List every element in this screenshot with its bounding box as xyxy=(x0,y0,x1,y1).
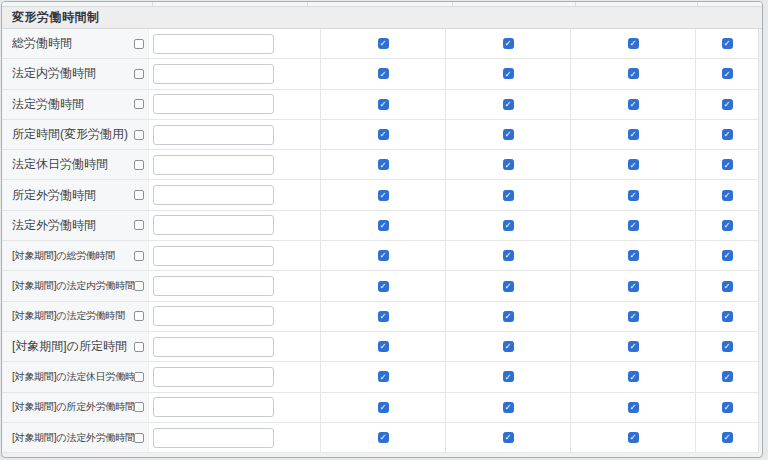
export-checkbox[interactable]: ✓ xyxy=(378,68,389,79)
row-text-input[interactable] xyxy=(153,215,274,235)
export-checkbox[interactable]: ✓ xyxy=(628,190,639,201)
row-text-input[interactable] xyxy=(153,337,274,357)
export-checkbox-cell: ✓ xyxy=(320,120,445,149)
export-checkbox[interactable]: ✓ xyxy=(628,220,639,231)
row-text-input[interactable] xyxy=(153,94,274,114)
row-text-input[interactable] xyxy=(153,155,274,175)
export-checkbox[interactable]: ✓ xyxy=(503,129,514,140)
export-checkbox[interactable]: ✓ xyxy=(503,402,514,413)
row-select-checkbox[interactable] xyxy=(134,130,144,140)
row-text-input[interactable] xyxy=(153,306,274,326)
row-text-input[interactable] xyxy=(153,428,274,448)
row-text-input[interactable] xyxy=(153,246,274,266)
export-checkbox[interactable]: ✓ xyxy=(378,38,389,49)
export-checkbox[interactable]: ✓ xyxy=(503,432,514,443)
export-checkbox[interactable]: ✓ xyxy=(722,159,733,170)
export-checkbox[interactable]: ✓ xyxy=(722,432,733,443)
row-select-checkbox[interactable] xyxy=(134,69,144,79)
export-checkbox[interactable]: ✓ xyxy=(503,341,514,352)
row-select-checkbox[interactable] xyxy=(134,160,144,170)
rows-container: 総労働時間 ✓✓✓✓ 法定内労働時間 ✓✓✓✓ 法定労働時間 ✓✓✓✓ 所定時間… xyxy=(2,29,759,453)
export-checkbox-cell: ✓ xyxy=(445,59,570,88)
export-checkbox[interactable]: ✓ xyxy=(503,250,514,261)
row-text-input[interactable] xyxy=(153,397,274,417)
export-checkbox[interactable]: ✓ xyxy=(722,311,733,322)
export-checkbox[interactable]: ✓ xyxy=(378,341,389,352)
export-checkbox[interactable]: ✓ xyxy=(503,281,514,292)
row-text-input[interactable] xyxy=(153,64,274,84)
row-select-checkbox[interactable] xyxy=(134,39,144,49)
export-checkbox[interactable]: ✓ xyxy=(378,190,389,201)
export-checkbox[interactable]: ✓ xyxy=(722,68,733,79)
export-checkbox[interactable]: ✓ xyxy=(628,432,639,443)
row-text-input[interactable] xyxy=(153,125,274,145)
export-checkbox[interactable]: ✓ xyxy=(722,129,733,140)
row-text-input[interactable] xyxy=(153,34,274,54)
export-checkbox[interactable]: ✓ xyxy=(628,159,639,170)
export-checkbox[interactable]: ✓ xyxy=(378,220,389,231)
export-checkbox[interactable]: ✓ xyxy=(628,250,639,261)
export-checkbox[interactable]: ✓ xyxy=(378,159,389,170)
export-checkbox[interactable]: ✓ xyxy=(503,38,514,49)
export-checkbox[interactable]: ✓ xyxy=(722,250,733,261)
row-select-checkbox[interactable] xyxy=(134,99,144,109)
export-checkbox[interactable]: ✓ xyxy=(503,159,514,170)
export-checkbox[interactable]: ✓ xyxy=(378,371,389,382)
row-input-cell xyxy=(149,362,320,391)
row-select-checkbox[interactable] xyxy=(134,190,144,200)
export-checkbox[interactable]: ✓ xyxy=(628,68,639,79)
export-checkbox[interactable]: ✓ xyxy=(722,281,733,292)
export-checkbox[interactable]: ✓ xyxy=(378,432,389,443)
export-checkbox-cell: ✓ xyxy=(570,29,695,58)
row-text-input[interactable] xyxy=(153,185,274,205)
export-checkbox[interactable]: ✓ xyxy=(628,402,639,413)
export-checkbox[interactable]: ✓ xyxy=(722,99,733,110)
column-divider xyxy=(697,2,698,6)
export-checkbox[interactable]: ✓ xyxy=(628,371,639,382)
export-checkbox[interactable]: ✓ xyxy=(378,250,389,261)
export-checkbox[interactable]: ✓ xyxy=(722,220,733,231)
export-checkbox[interactable]: ✓ xyxy=(378,402,389,413)
row-label: [対象期間]の所定外労働時間 xyxy=(12,400,134,414)
export-checkbox[interactable]: ✓ xyxy=(503,99,514,110)
export-checkbox[interactable]: ✓ xyxy=(722,371,733,382)
export-checkbox[interactable]: ✓ xyxy=(628,38,639,49)
export-checkbox[interactable]: ✓ xyxy=(628,99,639,110)
export-checkbox[interactable]: ✓ xyxy=(722,190,733,201)
export-checkbox[interactable]: ✓ xyxy=(628,311,639,322)
export-checkbox[interactable]: ✓ xyxy=(503,311,514,322)
row-label: [対象期間]の法定内労働時間 xyxy=(12,279,134,293)
row-text-input[interactable] xyxy=(153,276,274,296)
table-row: 総労働時間 ✓✓✓✓ xyxy=(2,29,758,59)
row-select-checkbox[interactable] xyxy=(134,220,144,230)
export-checkbox-cell: ✓ xyxy=(570,150,695,179)
export-checkbox[interactable]: ✓ xyxy=(378,311,389,322)
export-checkbox[interactable]: ✓ xyxy=(378,281,389,292)
row-select-checkbox[interactable] xyxy=(134,402,144,412)
row-select-checkbox[interactable] xyxy=(134,433,144,443)
export-checkbox[interactable]: ✓ xyxy=(722,341,733,352)
export-checkbox[interactable]: ✓ xyxy=(503,68,514,79)
row-text-input[interactable] xyxy=(153,367,274,387)
export-checkbox[interactable]: ✓ xyxy=(503,371,514,382)
row-select-checkbox[interactable] xyxy=(134,342,144,352)
export-checkbox[interactable]: ✓ xyxy=(722,402,733,413)
export-checkbox[interactable]: ✓ xyxy=(722,38,733,49)
row-label-cell: 所定時間(変形労働用) xyxy=(2,120,149,149)
row-select-checkbox[interactable] xyxy=(134,372,144,382)
export-checkbox[interactable]: ✓ xyxy=(503,190,514,201)
export-checkbox[interactable]: ✓ xyxy=(378,129,389,140)
table-row: 法定労働時間 ✓✓✓✓ xyxy=(2,90,758,120)
row-select-checkbox[interactable] xyxy=(134,311,144,321)
row-label-cell: [対象期間]の法定内労働時間 xyxy=(2,271,149,300)
table-row: [対象期間]の所定時間 ✓✓✓✓ xyxy=(2,332,758,362)
export-checkbox[interactable]: ✓ xyxy=(628,281,639,292)
row-label-cell: 法定休日労働時間 xyxy=(2,150,149,179)
export-checkbox[interactable]: ✓ xyxy=(378,99,389,110)
export-checkbox[interactable]: ✓ xyxy=(628,341,639,352)
export-checkbox[interactable]: ✓ xyxy=(503,220,514,231)
export-checkbox[interactable]: ✓ xyxy=(628,129,639,140)
row-label-cell: [対象期間]の所定時間 xyxy=(2,332,149,361)
row-select-checkbox[interactable] xyxy=(134,251,144,261)
row-select-checkbox[interactable] xyxy=(134,281,144,291)
